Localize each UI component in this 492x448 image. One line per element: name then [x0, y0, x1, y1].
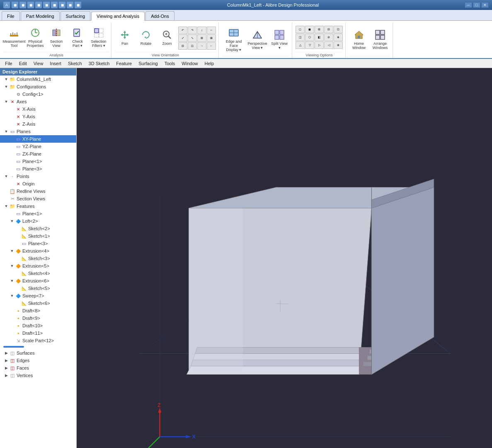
- vo-btn-14[interactable]: ◁: [324, 41, 333, 49]
- tb-icon-9[interactable]: ◼: [75, 2, 81, 8]
- vo-btn-6[interactable]: ◫: [296, 34, 305, 41]
- perspective-view-button[interactable]: Perspective View ▾: [247, 27, 268, 51]
- tree-item-zxplane[interactable]: ▭ ZX-Plane: [0, 150, 76, 158]
- tree-item-scalepart12[interactable]: ⇲ Scale Part<12>: [0, 337, 76, 344]
- measurement-tool-button[interactable]: Measurement Tool: [4, 25, 24, 49]
- tree-item-vertices[interactable]: ▶ ◫ Vertices: [0, 372, 76, 379]
- tree-item-yaxis[interactable]: ✕ Y-Axis: [0, 113, 76, 120]
- vo-btn-8[interactable]: ◧: [315, 34, 324, 41]
- view-grid-btn-1[interactable]: ↶: [178, 27, 187, 34]
- home-window-button[interactable]: Home Window: [349, 27, 369, 51]
- view-grid-btn-10[interactable]: ⊡: [188, 42, 197, 50]
- tb-icon-3[interactable]: ◼: [27, 2, 34, 8]
- view-grid-btn-11[interactable]: →: [197, 42, 206, 50]
- tree-item-loft2[interactable]: ▼ 🔷 Loft<2>: [0, 217, 76, 225]
- tb-icon-8[interactable]: ◼: [67, 2, 73, 8]
- tree-item-faces[interactable]: ▶ ◫ Faces: [0, 364, 76, 372]
- tree-item-origin[interactable]: ✕ Origin: [0, 180, 76, 187]
- tree-item-draft9[interactable]: 🔸 Draft<9>: [0, 314, 76, 322]
- 3d-viewport[interactable]: Z X Y: [77, 68, 492, 448]
- menu-edit[interactable]: Edit: [16, 59, 30, 68]
- tree-item-root[interactable]: ▼ 📁 ColumnMk1_Left: [0, 75, 76, 83]
- view-grid-btn-2[interactable]: ↷: [188, 27, 197, 34]
- tree-item-sketch4[interactable]: 📐 Sketch<4>: [0, 270, 76, 277]
- tree-item-xyplane[interactable]: ▭ XY-Plane: [0, 135, 76, 143]
- view-grid-btn-12[interactable]: ←: [207, 42, 216, 50]
- arrange-windows-button[interactable]: Arrange Windows: [370, 27, 390, 51]
- menu-3d-sketch[interactable]: 3D Sketch: [85, 59, 113, 68]
- tree-item-sectionviews[interactable]: ✂ Section Views: [0, 195, 76, 202]
- tb-icon-1[interactable]: ◼: [12, 2, 18, 8]
- view-grid-btn-7[interactable]: ⊞: [197, 34, 206, 42]
- vo-btn-15[interactable]: ⊕: [334, 41, 343, 49]
- tree-item-extrusion6[interactable]: ▼ 🔶 Extrusion<6>: [0, 277, 76, 285]
- pan-button[interactable]: Pan: [115, 25, 135, 49]
- tree-item-sketch2[interactable]: 📐 Sketch<2>: [0, 225, 76, 232]
- view-grid-btn-8[interactable]: ⊠: [207, 34, 216, 42]
- vo-btn-9[interactable]: ⊘: [324, 34, 333, 41]
- tab-file[interactable]: File: [2, 11, 20, 20]
- view-grid-btn-9[interactable]: ⊟: [178, 42, 187, 50]
- menu-surfacing[interactable]: Surfacing: [135, 59, 161, 68]
- tree-item-xaxis[interactable]: ✕ X-Axis: [0, 105, 76, 113]
- tree-item-loft-plane3[interactable]: ▭ Plane<3>: [0, 240, 76, 247]
- vo-btn-1[interactable]: ◻: [296, 26, 305, 33]
- tree-item-zaxis[interactable]: ✕ Z-Axis: [0, 120, 76, 128]
- view-grid-btn-5[interactable]: ⤢: [178, 34, 187, 42]
- section-view-button[interactable]: Section View: [46, 25, 66, 49]
- tree-item-points[interactable]: ▼ · Points: [0, 173, 76, 180]
- tree-item-draft10[interactable]: 🔸 Draft<10>: [0, 322, 76, 329]
- menu-tools[interactable]: Tools: [161, 59, 179, 68]
- menu-help[interactable]: Help: [201, 59, 217, 68]
- tree-item-draft8[interactable]: 🔸 Draft<8>: [0, 307, 76, 314]
- tree-item-config1[interactable]: ⚙ Config<1>: [0, 90, 76, 98]
- tree-item-edges[interactable]: ▶ ◫ Edges: [0, 357, 76, 364]
- menu-insert[interactable]: Insert: [46, 59, 65, 68]
- tab-addons[interactable]: Add-Ons: [145, 11, 174, 20]
- tab-part-modeling[interactable]: Part Modeling: [21, 11, 60, 20]
- tb-icon-7[interactable]: ◼: [59, 2, 65, 8]
- vo-btn-11[interactable]: △: [296, 41, 305, 49]
- drag-handle[interactable]: [3, 346, 24, 348]
- tree-item-yzplane[interactable]: ▭ YZ-Plane: [0, 143, 76, 150]
- check-part-button[interactable]: Check Part ▾: [68, 25, 87, 49]
- vo-btn-7[interactable]: ⬡: [305, 34, 314, 41]
- vo-btn-3[interactable]: ⊞: [315, 26, 324, 33]
- tree-item-features[interactable]: ▼ 📁 Features: [0, 202, 76, 210]
- tree-item-plane1[interactable]: ▭ Plane<1>: [0, 158, 76, 165]
- menu-sketch[interactable]: Sketch: [65, 59, 85, 68]
- tree-item-extrusion4[interactable]: ▼ 🔶 Extrusion<4>: [0, 247, 76, 255]
- tree-item-draft11[interactable]: 🔸 Draft<11>: [0, 329, 76, 337]
- tree-item-sketch6[interactable]: 📐 Sketch<6>: [0, 299, 76, 307]
- tree-item-sketch5[interactable]: 📐 Sketch<5>: [0, 285, 76, 292]
- menu-view[interactable]: View: [30, 59, 47, 68]
- tree-item-plane3[interactable]: ▭ Plane<3>: [0, 165, 76, 173]
- tree-item-surfaces[interactable]: ▶ ◫ Surfaces: [0, 349, 76, 357]
- menu-feature[interactable]: Feature: [113, 59, 135, 68]
- tb-icon-6[interactable]: ◼: [51, 2, 58, 8]
- vo-btn-5[interactable]: ⊡: [334, 26, 343, 33]
- tb-icon-4[interactable]: ◼: [35, 2, 42, 8]
- view-grid-btn-3[interactable]: ↕: [197, 27, 206, 34]
- menu-file[interactable]: File: [2, 59, 16, 68]
- physical-properties-button[interactable]: Physical Properties: [25, 25, 45, 49]
- zoom-button[interactable]: Zoom: [157, 25, 177, 49]
- split-view-button[interactable]: Split View ▾: [269, 27, 289, 51]
- tab-surfacing[interactable]: Surfacing: [61, 11, 90, 20]
- tree-item-feat-plane1[interactable]: ▭ Plane<1>: [0, 210, 76, 217]
- tb-icon-5[interactable]: ◼: [43, 2, 50, 8]
- tree-item-sketch3[interactable]: 📐 Sketch<3>: [0, 255, 76, 262]
- tree-item-redlineviews[interactable]: 📋 Redline Views: [0, 187, 76, 195]
- selection-filters-button[interactable]: Selection Filters ▾: [89, 25, 109, 49]
- vo-btn-12[interactable]: ▽: [305, 41, 314, 49]
- tree-item-configurations[interactable]: ▼ 📁 Configurations: [0, 83, 76, 90]
- maximize-button[interactable]: □: [473, 2, 480, 8]
- menu-window[interactable]: Window: [178, 59, 201, 68]
- tree-item-sweep7[interactable]: ▼ 🔷 Sweep<7>: [0, 292, 76, 299]
- minimize-button[interactable]: ─: [465, 2, 472, 8]
- vo-btn-10[interactable]: ⊗: [334, 34, 343, 41]
- view-grid-btn-4[interactable]: ↔: [207, 27, 216, 34]
- tab-viewing-analysis[interactable]: Viewing and Analysis: [91, 12, 145, 21]
- vo-btn-4[interactable]: ⊟: [324, 26, 333, 33]
- tb-icon-2[interactable]: ◼: [19, 2, 26, 8]
